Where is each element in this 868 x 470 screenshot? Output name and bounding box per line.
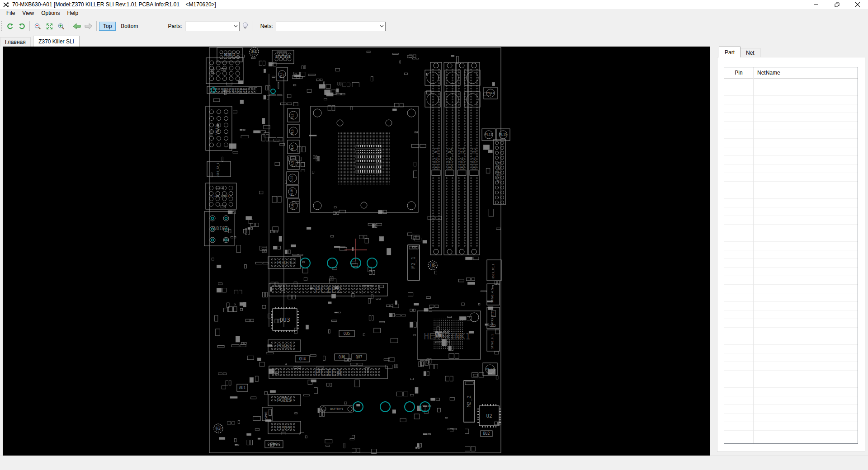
mount-hole-6[interactable]	[380, 402, 390, 412]
pin-table[interactable]: Pin NetName	[724, 67, 858, 444]
restore-button[interactable]	[826, 0, 847, 9]
qu4[interactable]: QU4	[295, 356, 310, 362]
mount-hole-7[interactable]	[405, 402, 415, 412]
ddr4-b2[interactable]: DDR4_B2	[468, 62, 480, 255]
mount-hole-2[interactable]	[327, 258, 337, 268]
inspector-tab-part[interactable]: Part	[719, 47, 741, 57]
pl4[interactable]: PL4	[288, 140, 299, 154]
usb3-tc-1[interactable]: USB3_TC_1	[487, 260, 501, 281]
parts-combobox[interactable]	[185, 22, 240, 31]
menu-item-view[interactable]: View	[19, 9, 38, 17]
menu-item-help[interactable]: Help	[64, 9, 82, 17]
column-divider	[753, 67, 754, 443]
ddr4-b1[interactable]: DDR4_B1	[456, 62, 467, 255]
zoom-out-button[interactable]	[32, 21, 43, 32]
pl2[interactable]: PL2	[288, 108, 299, 122]
zoom-fit-button[interactable]	[44, 21, 55, 32]
qu7[interactable]: QU7	[352, 354, 366, 360]
table-row	[724, 156, 858, 164]
nav-forward-button[interactable]	[83, 21, 94, 32]
h4[interactable]: H4	[250, 47, 259, 56]
main-area: HDMI1M2 WIFI1VGA1USB3_TA_1LAN_USB3AUDIO2…	[0, 47, 868, 456]
pl3[interactable]: PL3	[288, 124, 299, 138]
table-row	[724, 319, 858, 328]
svg-text:SATA3_0_1: SATA3_0_1	[491, 334, 494, 349]
svg-text:PL18: PL18	[290, 189, 293, 196]
hdmi1[interactable]: HDMI1	[217, 47, 242, 62]
highlight-bulb-button[interactable]	[242, 22, 249, 31]
layer-bottom-button[interactable]: Bottom	[117, 22, 142, 31]
table-row	[724, 422, 858, 431]
wifi-screw-2[interactable]	[271, 89, 275, 94]
nets-combobox[interactable]	[276, 22, 386, 31]
pl6[interactable]: PL6	[288, 199, 299, 212]
pcie3[interactable]: PCIE3	[268, 340, 301, 352]
ddr4-a2[interactable]: DDR4_A2	[444, 62, 455, 255]
pl5[interactable]: PL5	[288, 156, 299, 169]
table-row	[724, 276, 858, 285]
ddr4-a1[interactable]: DDR4_A1	[430, 62, 442, 255]
svg-text:HEATSINK1: HEATSINK1	[424, 331, 471, 341]
svg-text:PL13: PL13	[485, 133, 493, 136]
menu-item-options[interactable]: Options	[38, 9, 63, 17]
toolbar: Top Bottom Parts: Nets:	[0, 17, 868, 35]
battery1[interactable]: BATTERY1	[320, 406, 354, 412]
board-canvas[interactable]: HDMI1M2 WIFI1VGA1USB3_TA_1LAN_USB3AUDIO2…	[3, 47, 710, 456]
h6[interactable]: H6	[428, 261, 437, 270]
svg-text:PL12: PL12	[486, 367, 494, 371]
qu5[interactable]: QU5	[339, 330, 354, 337]
doc-tab-1[interactable]: Z370 Killer SLI	[33, 36, 80, 47]
toolbar-grip[interactable]	[1, 21, 4, 31]
svg-text:PL5: PL5	[291, 161, 294, 167]
table-row	[724, 104, 858, 113]
menu-item-file[interactable]: File	[3, 9, 19, 17]
au1[interactable]: AU1	[237, 384, 248, 391]
sata-3[interactable]: SATA3_0_1	[487, 330, 500, 351]
m2-1[interactable]: M2_1	[408, 245, 420, 280]
table-row	[724, 259, 858, 268]
vga1[interactable]: VGA1	[206, 106, 232, 150]
doc-tab-0[interactable]: Главная	[0, 37, 31, 47]
minimize-button[interactable]	[806, 0, 826, 9]
toolbar-separator	[29, 21, 30, 31]
m2-2[interactable]: M2_2	[464, 381, 475, 422]
toolbar-separator	[69, 21, 69, 31]
pl15[interactable]: PL15	[496, 129, 510, 141]
vrm-choke-3[interactable]	[465, 70, 480, 85]
pl18[interactable]: PL18	[287, 185, 298, 198]
svg-text:PL19: PL19	[290, 175, 293, 182]
pcie4[interactable]: PCIE4	[269, 366, 387, 379]
table-row	[724, 310, 858, 319]
qu6[interactable]: QU6	[335, 354, 349, 360]
pl13[interactable]: PL13	[482, 129, 495, 141]
pl14[interactable]: PL14	[484, 87, 497, 99]
zoom-in-button[interactable]	[56, 21, 66, 32]
layer-top-button[interactable]: Top	[99, 22, 116, 31]
rotate-cw-button[interactable]	[16, 21, 27, 32]
table-row	[724, 379, 858, 388]
nav-back-button[interactable]	[71, 21, 82, 32]
usb3-ta-1[interactable]: USB3_TA_1	[207, 161, 231, 177]
pcb-boardview[interactable]: HDMI1M2 WIFI1VGA1USB3_TA_1LAN_USB3AUDIO2…	[3, 47, 710, 456]
bu2[interactable]: BU2	[481, 431, 492, 437]
cpu-socket[interactable]	[311, 106, 418, 212]
mount-hole-1[interactable]	[300, 258, 310, 268]
table-row	[724, 242, 858, 250]
vrm-choke-6[interactable]	[465, 92, 480, 107]
pl19[interactable]: PL19	[287, 172, 298, 184]
chipset[interactable]: HEATSINK1	[417, 311, 481, 359]
nets-label: Nets:	[260, 23, 273, 29]
pl1[interactable]: PL1	[277, 67, 288, 81]
rotate-ccw-button[interactable]	[5, 21, 15, 32]
svg-text:PCIE6: PCIE6	[277, 425, 292, 431]
h3[interactable]: H3	[214, 424, 223, 433]
close-button[interactable]	[847, 0, 868, 9]
audio2[interactable]: AUDIO2	[204, 212, 234, 246]
table-row	[724, 199, 858, 207]
table-row	[724, 328, 858, 336]
inspector-tab-net[interactable]: Net	[740, 48, 760, 57]
mount-hole-5[interactable]	[353, 402, 363, 412]
atx12v1[interactable]: ATX12V1	[272, 50, 294, 64]
atxpwr1[interactable]: ATXPWR1	[494, 139, 505, 205]
mount-hole-4[interactable]	[367, 258, 377, 268]
